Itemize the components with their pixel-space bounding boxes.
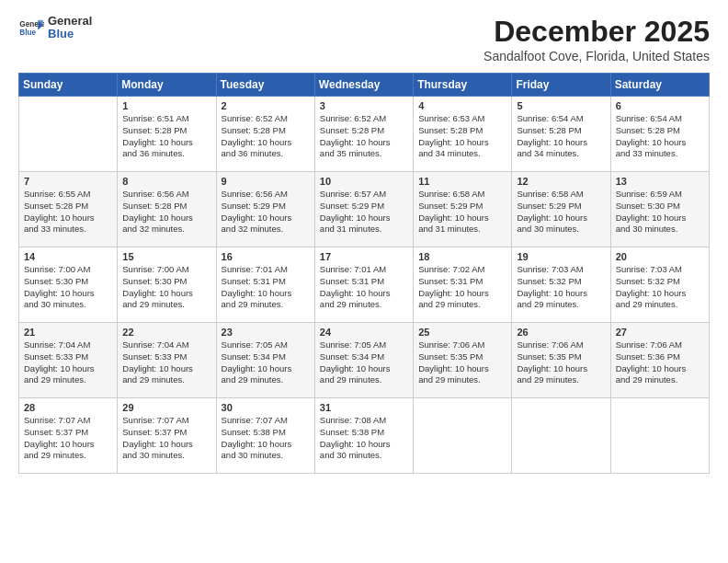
day-number: 3: [320, 100, 408, 111]
location-subtitle: Sandalfoot Cove, Florida, United States: [483, 49, 710, 63]
day-cell-9: 9Sunrise: 6:56 AMSunset: 5:29 PMDaylight…: [216, 172, 314, 247]
day-cell-21: 21Sunrise: 7:04 AMSunset: 5:33 PMDayligh…: [19, 323, 118, 398]
weekday-header-wednesday: Wednesday: [314, 74, 413, 97]
cell-content: Sunrise: 6:52 AMSunset: 5:28 PMDaylight:…: [320, 113, 408, 160]
day-cell-3: 3Sunrise: 6:52 AMSunset: 5:28 PMDaylight…: [314, 97, 413, 172]
day-number: 29: [122, 402, 210, 413]
cell-content: Sunrise: 7:05 AMSunset: 5:34 PMDaylight:…: [222, 339, 310, 386]
cell-content: Sunrise: 7:07 AMSunset: 5:37 PMDaylight:…: [122, 415, 210, 462]
empty-cell: [512, 398, 610, 474]
day-cell-14: 14Sunrise: 7:00 AMSunset: 5:30 PMDayligh…: [19, 247, 118, 323]
cell-content: Sunrise: 6:58 AMSunset: 5:29 PMDaylight:…: [517, 189, 605, 236]
cell-content: Sunrise: 6:58 AMSunset: 5:29 PMDaylight:…: [418, 189, 506, 236]
day-number: 1: [122, 100, 210, 111]
day-number: 14: [24, 251, 112, 262]
cell-content: Sunrise: 7:00 AMSunset: 5:30 PMDaylight:…: [122, 264, 210, 311]
day-number: 5: [517, 100, 605, 111]
month-title: December 2025: [483, 15, 710, 49]
week-row-5: 28Sunrise: 7:07 AMSunset: 5:37 PMDayligh…: [19, 398, 710, 474]
day-number: 21: [24, 327, 112, 338]
week-row-4: 21Sunrise: 7:04 AMSunset: 5:33 PMDayligh…: [19, 323, 710, 398]
day-cell-18: 18Sunrise: 7:02 AMSunset: 5:31 PMDayligh…: [414, 247, 512, 323]
day-cell-22: 22Sunrise: 7:04 AMSunset: 5:33 PMDayligh…: [118, 323, 216, 398]
day-cell-30: 30Sunrise: 7:07 AMSunset: 5:38 PMDayligh…: [216, 398, 314, 474]
day-number: 31: [320, 402, 408, 413]
page: General Blue General Blue December 2025 …: [0, 0, 728, 563]
day-number: 12: [517, 176, 605, 187]
day-cell-7: 7Sunrise: 6:55 AMSunset: 5:28 PMDaylight…: [19, 172, 118, 247]
cell-content: Sunrise: 7:04 AMSunset: 5:33 PMDaylight:…: [122, 339, 210, 386]
weekday-header-thursday: Thursday: [414, 74, 512, 97]
weekday-header-tuesday: Tuesday: [216, 74, 314, 97]
day-cell-17: 17Sunrise: 7:01 AMSunset: 5:31 PMDayligh…: [314, 247, 413, 323]
cell-content: Sunrise: 6:52 AMSunset: 5:28 PMDaylight:…: [222, 113, 310, 160]
day-number: 26: [517, 327, 605, 338]
day-number: 28: [24, 402, 112, 413]
day-cell-19: 19Sunrise: 7:03 AMSunset: 5:32 PMDayligh…: [512, 247, 610, 323]
day-number: 23: [222, 327, 310, 338]
week-row-2: 7Sunrise: 6:55 AMSunset: 5:28 PMDaylight…: [19, 172, 710, 247]
cell-content: Sunrise: 7:08 AMSunset: 5:38 PMDaylight:…: [320, 415, 408, 462]
cell-content: Sunrise: 6:55 AMSunset: 5:28 PMDaylight:…: [24, 189, 112, 236]
cell-content: Sunrise: 7:06 AMSunset: 5:35 PMDaylight:…: [418, 339, 506, 386]
day-cell-13: 13Sunrise: 6:59 AMSunset: 5:30 PMDayligh…: [610, 172, 709, 247]
header-area: General Blue General Blue December 2025 …: [18, 15, 710, 63]
empty-cell: [610, 398, 709, 474]
day-number: 22: [122, 327, 210, 338]
day-number: 30: [222, 402, 310, 413]
cell-content: Sunrise: 6:54 AMSunset: 5:28 PMDaylight:…: [517, 113, 605, 160]
cell-content: Sunrise: 7:07 AMSunset: 5:37 PMDaylight:…: [24, 415, 112, 462]
weekday-header-friday: Friday: [512, 74, 610, 97]
day-number: 2: [222, 100, 310, 111]
cell-content: Sunrise: 7:02 AMSunset: 5:31 PMDaylight:…: [418, 264, 506, 311]
day-cell-29: 29Sunrise: 7:07 AMSunset: 5:37 PMDayligh…: [118, 398, 216, 474]
cell-content: Sunrise: 6:51 AMSunset: 5:28 PMDaylight:…: [122, 113, 210, 160]
day-number: 19: [517, 251, 605, 262]
day-number: 20: [616, 251, 704, 262]
day-number: 6: [616, 100, 704, 111]
day-number: 4: [418, 100, 506, 111]
day-cell-12: 12Sunrise: 6:58 AMSunset: 5:29 PMDayligh…: [512, 172, 610, 247]
day-cell-8: 8Sunrise: 6:56 AMSunset: 5:28 PMDaylight…: [118, 172, 216, 247]
day-cell-5: 5Sunrise: 6:54 AMSunset: 5:28 PMDaylight…: [512, 97, 610, 172]
cell-content: Sunrise: 7:03 AMSunset: 5:32 PMDaylight:…: [517, 264, 605, 311]
cell-content: Sunrise: 6:59 AMSunset: 5:30 PMDaylight:…: [616, 189, 704, 236]
day-cell-24: 24Sunrise: 7:05 AMSunset: 5:34 PMDayligh…: [314, 323, 413, 398]
cell-content: Sunrise: 6:54 AMSunset: 5:28 PMDaylight:…: [616, 113, 704, 160]
day-number: 10: [320, 176, 408, 187]
cell-content: Sunrise: 6:53 AMSunset: 5:28 PMDaylight:…: [418, 113, 506, 160]
week-row-3: 14Sunrise: 7:00 AMSunset: 5:30 PMDayligh…: [19, 247, 710, 323]
weekday-header-saturday: Saturday: [610, 74, 709, 97]
day-cell-10: 10Sunrise: 6:57 AMSunset: 5:29 PMDayligh…: [314, 172, 413, 247]
cell-content: Sunrise: 7:01 AMSunset: 5:31 PMDaylight:…: [222, 264, 310, 311]
day-cell-1: 1Sunrise: 6:51 AMSunset: 5:28 PMDaylight…: [118, 97, 216, 172]
cell-content: Sunrise: 7:00 AMSunset: 5:30 PMDaylight:…: [24, 264, 112, 311]
cell-content: Sunrise: 7:03 AMSunset: 5:32 PMDaylight:…: [616, 264, 704, 311]
day-number: 15: [122, 251, 210, 262]
cell-content: Sunrise: 6:56 AMSunset: 5:28 PMDaylight:…: [122, 189, 210, 236]
day-cell-27: 27Sunrise: 7:06 AMSunset: 5:36 PMDayligh…: [610, 323, 709, 398]
weekday-header-monday: Monday: [118, 74, 216, 97]
svg-text:Blue: Blue: [19, 29, 36, 37]
day-number: 18: [418, 251, 506, 262]
day-cell-16: 16Sunrise: 7:01 AMSunset: 5:31 PMDayligh…: [216, 247, 314, 323]
cell-content: Sunrise: 7:07 AMSunset: 5:38 PMDaylight:…: [222, 415, 310, 462]
day-number: 25: [418, 327, 506, 338]
day-cell-20: 20Sunrise: 7:03 AMSunset: 5:32 PMDayligh…: [610, 247, 709, 323]
day-cell-23: 23Sunrise: 7:05 AMSunset: 5:34 PMDayligh…: [216, 323, 314, 398]
day-cell-25: 25Sunrise: 7:06 AMSunset: 5:35 PMDayligh…: [414, 323, 512, 398]
day-number: 7: [24, 176, 112, 187]
cell-content: Sunrise: 6:56 AMSunset: 5:29 PMDaylight:…: [222, 189, 310, 236]
cell-content: Sunrise: 7:06 AMSunset: 5:36 PMDaylight:…: [616, 339, 704, 386]
weekday-header-sunday: Sunday: [19, 74, 118, 97]
calendar-table: SundayMondayTuesdayWednesdayThursdayFrid…: [18, 73, 710, 474]
cell-content: Sunrise: 6:57 AMSunset: 5:29 PMDaylight:…: [320, 189, 408, 236]
day-cell-4: 4Sunrise: 6:53 AMSunset: 5:28 PMDaylight…: [414, 97, 512, 172]
day-number: 17: [320, 251, 408, 262]
day-cell-6: 6Sunrise: 6:54 AMSunset: 5:28 PMDaylight…: [610, 97, 709, 172]
empty-cell: [19, 97, 118, 172]
day-cell-2: 2Sunrise: 6:52 AMSunset: 5:28 PMDaylight…: [216, 97, 314, 172]
day-number: 27: [616, 327, 704, 338]
day-number: 13: [616, 176, 704, 187]
cell-content: Sunrise: 7:01 AMSunset: 5:31 PMDaylight:…: [320, 264, 408, 311]
